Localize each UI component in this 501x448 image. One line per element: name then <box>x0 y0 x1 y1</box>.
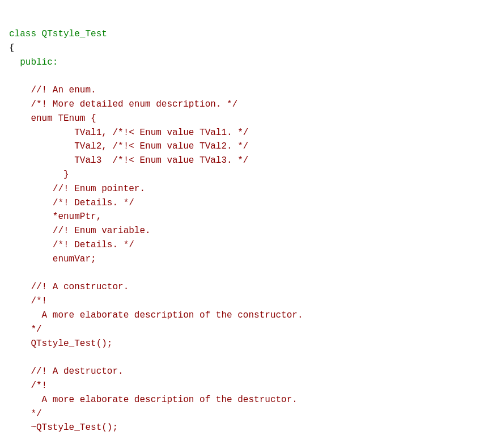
code-line-1: { <box>0 41 501 56</box>
code-line-7: TVal1, /*!< Enum value TVal1. */ <box>0 126 501 140</box>
code-line-8: TVal2, /*!< Enum value TVal2. */ <box>0 140 501 154</box>
code-line-0: class QTstyle_Test <box>0 27 501 41</box>
code-line-22: QTstyle_Test(); <box>0 337 501 351</box>
code-line-21: */ <box>0 323 501 337</box>
code-line-23 <box>0 350 501 365</box>
code-line-20: A more elaborate description of the cons… <box>0 308 501 323</box>
code-line-14: //! Enum variable. <box>0 224 501 238</box>
code-line-5: /*! More detailed enum description. */ <box>0 98 501 112</box>
code-line-17 <box>0 267 501 281</box>
code-line-11: //! Enum pointer. <box>0 182 501 196</box>
code-line-27: */ <box>0 407 501 421</box>
code-line-15: /*! Details. */ <box>0 238 501 252</box>
code-line-4: //! An enum. <box>0 83 501 98</box>
code-line-6: enum TEnum { <box>0 112 501 126</box>
code-line-19: /*! <box>0 294 501 308</box>
code-line-18: //! A constructor. <box>0 280 501 294</box>
code-line-26: A more elaborate description of the dest… <box>0 393 501 407</box>
code-display: class QTstyle_Test{ public: //! An enum.… <box>0 9 501 439</box>
code-line-2: public: <box>0 56 501 70</box>
code-line-28: ~QTstyle_Test(); <box>0 421 501 435</box>
code-line-3 <box>0 69 501 83</box>
code-line-13: *enumPtr, <box>0 210 501 224</box>
code-line-10: } <box>0 168 501 182</box>
code-line-12: /*! Details. */ <box>0 196 501 210</box>
code-line-16: enumVar; <box>0 252 501 267</box>
code-line-9: TVal3 /*!< Enum value TVal3. */ <box>0 154 501 168</box>
code-line-25: /*! <box>0 379 501 393</box>
code-line-24: //! A destructor. <box>0 365 501 379</box>
